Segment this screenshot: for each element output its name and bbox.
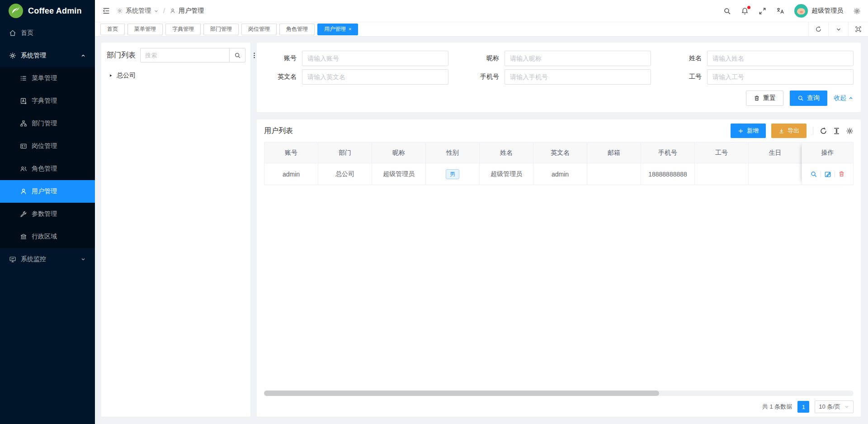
trash-icon xyxy=(754,95,760,101)
query-button[interactable]: 查询 xyxy=(790,91,827,106)
export-button[interactable]: 导出 xyxy=(771,124,807,138)
col-header-account: 账号 xyxy=(264,142,318,163)
dept-search-button[interactable] xyxy=(229,48,245,62)
gear-icon xyxy=(9,52,16,59)
phone-input[interactable] xyxy=(505,69,651,85)
tab-post-mgmt[interactable]: 岗位管理 xyxy=(241,24,277,35)
filter-panel: 账号 昵称 姓名 英文名 手机号 xyxy=(257,43,861,112)
sidebar-item-label: 用户管理 xyxy=(32,187,57,195)
name-input[interactable] xyxy=(707,51,854,66)
filter-field-nickname: 昵称 xyxy=(467,51,651,66)
reset-button[interactable]: 重置 xyxy=(746,91,783,106)
add-button[interactable]: 新增 xyxy=(731,124,766,138)
en-name-input[interactable] xyxy=(302,69,448,85)
field-label: 昵称 xyxy=(467,54,499,62)
notification-dot xyxy=(747,6,750,9)
refresh-icon[interactable] xyxy=(820,127,827,135)
caret-right-icon[interactable] xyxy=(108,73,113,78)
page-size-select[interactable]: 10 条/页 xyxy=(815,400,854,413)
bank-icon xyxy=(20,233,27,240)
cell-birthday xyxy=(748,163,802,185)
sidebar-item-monitor[interactable]: 系统监控 xyxy=(0,248,95,271)
tab-maximize-icon[interactable] xyxy=(848,22,868,36)
filter-field-name: 姓名 xyxy=(669,51,854,66)
sidebar-item-label: 行政区域 xyxy=(32,233,57,241)
op-divider xyxy=(821,171,821,177)
sidebar-item-system[interactable]: 系统管理 xyxy=(0,44,95,67)
cell-en-name: admin xyxy=(533,163,587,185)
tab-dept-mgmt[interactable]: 部门管理 xyxy=(203,24,239,35)
tab-close-icon[interactable]: × xyxy=(349,27,351,32)
settings-gear-icon[interactable] xyxy=(853,7,861,15)
pagination-total: 共 1 条数据 xyxy=(762,403,792,411)
cell-nickname: 超级管理员 xyxy=(372,163,425,185)
user-menu[interactable]: 超级管理员 xyxy=(794,4,843,18)
sidebar-item-dept-mgmt[interactable]: 部门管理 xyxy=(0,112,95,135)
sidebar-item-role-mgmt[interactable]: 角色管理 xyxy=(0,157,95,180)
search-icon[interactable] xyxy=(723,7,731,15)
filter-field-account: 账号 xyxy=(264,51,448,66)
gear-icon xyxy=(117,8,123,14)
tab-more-chevron-icon[interactable] xyxy=(828,22,848,36)
tree-node-head-office[interactable]: 总公司 xyxy=(107,69,245,82)
sidebar-item-dict-mgmt[interactable]: 字典管理 xyxy=(0,90,95,112)
chevron-down-icon xyxy=(154,9,159,14)
tab-home[interactable]: 首页 xyxy=(100,24,125,35)
user-table: 账号 部门 昵称 性别 姓名 英文名 邮箱 手机号 工号 生日 admin 总公… xyxy=(264,142,854,185)
collapse-link[interactable]: 收起 xyxy=(834,94,854,102)
tab-dict-mgmt[interactable]: 字典管理 xyxy=(165,24,201,35)
notification-bell-icon[interactable] xyxy=(741,7,749,15)
fullscreen-icon[interactable] xyxy=(759,7,766,15)
brand[interactable]: Coffee Admin xyxy=(0,0,95,22)
translate-icon[interactable] xyxy=(776,7,784,15)
sidebar-item-post-mgmt[interactable]: 岗位管理 xyxy=(0,135,95,157)
col-header-dept: 部门 xyxy=(318,142,372,163)
job-no-input[interactable] xyxy=(707,69,854,85)
table-row[interactable]: admin 总公司 超级管理员 男 超级管理员 admin 1888888888… xyxy=(264,163,854,185)
sidebar-item-home[interactable]: 首页 xyxy=(0,22,95,44)
user-icon xyxy=(20,188,27,195)
delete-icon[interactable] xyxy=(838,171,845,177)
sidebar-item-label: 角色管理 xyxy=(32,165,57,173)
id-card-icon xyxy=(20,143,27,150)
dept-search-input[interactable] xyxy=(140,48,229,62)
user-list-panel: 用户列表 新增 导出 xyxy=(257,119,861,417)
breadcrumb-separator: / xyxy=(161,7,167,14)
field-label: 姓名 xyxy=(669,54,702,62)
column-settings-gear-icon[interactable] xyxy=(846,127,854,135)
tab-bar: 首页 菜单管理 字典管理 部门管理 岗位管理 角色管理 用户管理 × xyxy=(95,22,868,37)
sidebar-item-region[interactable]: 行政区域 xyxy=(0,225,95,248)
sidebar-item-menu-mgmt[interactable]: 菜单管理 xyxy=(0,67,95,90)
tab-role-mgmt[interactable]: 角色管理 xyxy=(279,24,315,35)
page-size-value: 10 条/页 xyxy=(819,403,840,411)
sidebar-item-param-mgmt[interactable]: 参数管理 xyxy=(0,203,95,225)
sidebar-item-label: 参数管理 xyxy=(32,210,57,218)
op-divider xyxy=(835,171,835,177)
scrollbar-thumb[interactable] xyxy=(264,391,659,396)
dictionary-icon xyxy=(20,97,27,105)
dept-panel: 部门列表 总公司 xyxy=(101,43,250,417)
col-header-job-no: 工号 xyxy=(694,142,748,163)
edit-icon[interactable] xyxy=(824,171,831,178)
cell-dept: 总公司 xyxy=(318,163,372,185)
gender-tag: 男 xyxy=(446,169,459,179)
nickname-input[interactable] xyxy=(505,51,651,66)
list-icon xyxy=(20,75,27,82)
cell-name: 超级管理员 xyxy=(479,163,533,185)
brand-name: Coffee Admin xyxy=(28,6,82,16)
view-icon[interactable] xyxy=(810,171,817,178)
chevron-up-icon xyxy=(80,53,86,58)
tab-refresh-icon[interactable] xyxy=(808,22,828,36)
tab-user-mgmt[interactable]: 用户管理 × xyxy=(317,24,358,35)
tab-menu-mgmt[interactable]: 菜单管理 xyxy=(127,24,163,35)
search-icon xyxy=(797,95,804,101)
row-height-icon[interactable] xyxy=(833,127,840,135)
sidebar-fold-icon[interactable] xyxy=(102,7,110,15)
toolbar-divider xyxy=(813,127,813,135)
sidebar-item-user-mgmt[interactable]: 用户管理 xyxy=(0,180,95,203)
sidebar-item-label: 部门管理 xyxy=(32,119,57,128)
account-input[interactable] xyxy=(302,51,448,66)
dept-panel-title: 部门列表 xyxy=(107,51,136,60)
breadcrumb-parent[interactable]: 系统管理 xyxy=(126,7,151,15)
page-number-button[interactable]: 1 xyxy=(797,401,809,413)
